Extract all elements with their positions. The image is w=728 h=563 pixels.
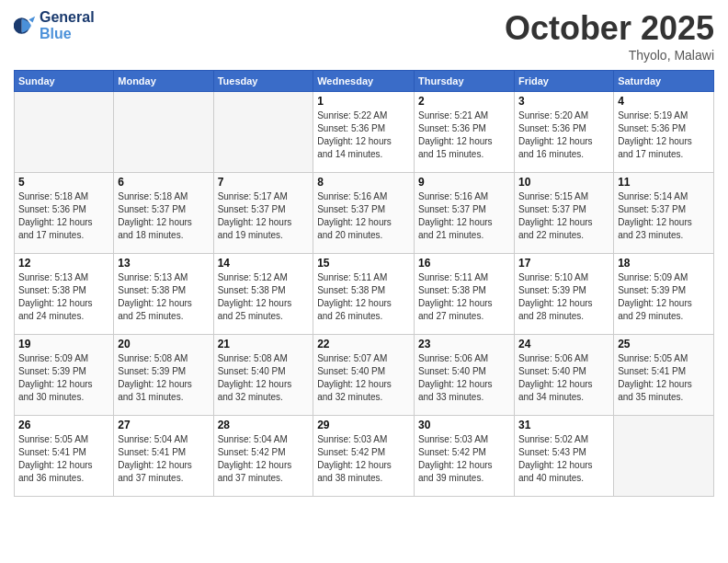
calendar-cell: 16Sunrise: 5:11 AM Sunset: 5:38 PM Dayli…	[415, 254, 515, 335]
calendar-cell: 14Sunrise: 5:12 AM Sunset: 5:38 PM Dayli…	[213, 254, 313, 335]
day-info: Sunrise: 5:04 AM Sunset: 5:41 PM Dayligh…	[118, 433, 209, 485]
calendar-table: SundayMondayTuesdayWednesdayThursdayFrid…	[14, 70, 714, 497]
calendar-cell: 24Sunrise: 5:06 AM Sunset: 5:40 PM Dayli…	[514, 335, 613, 416]
weekday-header-wednesday: Wednesday	[313, 71, 415, 92]
day-info: Sunrise: 5:06 AM Sunset: 5:40 PM Dayligh…	[518, 352, 609, 404]
day-number: 14	[218, 257, 310, 270]
day-info: Sunrise: 5:07 AM Sunset: 5:40 PM Dayligh…	[317, 352, 410, 404]
title-block: October 2025 Thyolo, Malawi	[505, 9, 714, 63]
day-info: Sunrise: 5:21 AM Sunset: 5:36 PM Dayligh…	[418, 109, 510, 161]
calendar-cell: 12Sunrise: 5:13 AM Sunset: 5:38 PM Dayli…	[15, 254, 114, 335]
calendar-cell: 21Sunrise: 5:08 AM Sunset: 5:40 PM Dayli…	[213, 335, 313, 416]
month-title: October 2025	[505, 9, 714, 48]
calendar-week-row: 5Sunrise: 5:18 AM Sunset: 5:36 PM Daylig…	[15, 173, 714, 254]
day-number: 4	[618, 95, 710, 108]
day-number: 23	[418, 338, 510, 350]
day-number: 19	[18, 338, 109, 350]
weekday-header-tuesday: Tuesday	[213, 71, 313, 92]
calendar-cell: 29Sunrise: 5:03 AM Sunset: 5:42 PM Dayli…	[313, 416, 415, 497]
day-info: Sunrise: 5:14 AM Sunset: 5:37 PM Dayligh…	[618, 190, 710, 242]
location-subtitle: Thyolo, Malawi	[505, 48, 714, 63]
day-number: 11	[618, 176, 710, 189]
calendar-cell: 28Sunrise: 5:04 AM Sunset: 5:42 PM Dayli…	[213, 416, 313, 497]
day-info: Sunrise: 5:22 AM Sunset: 5:36 PM Dayligh…	[317, 109, 410, 161]
day-number: 6	[118, 176, 209, 189]
calendar-cell: 18Sunrise: 5:09 AM Sunset: 5:39 PM Dayli…	[614, 254, 714, 335]
day-number: 26	[18, 419, 109, 431]
weekday-header-thursday: Thursday	[415, 71, 515, 92]
day-info: Sunrise: 5:03 AM Sunset: 5:42 PM Dayligh…	[418, 433, 510, 485]
day-info: Sunrise: 5:09 AM Sunset: 5:39 PM Dayligh…	[18, 352, 109, 404]
header: General Blue October 2025 Thyolo, Malawi	[14, 9, 714, 63]
calendar-cell: 30Sunrise: 5:03 AM Sunset: 5:42 PM Dayli…	[415, 416, 515, 497]
day-info: Sunrise: 5:19 AM Sunset: 5:36 PM Dayligh…	[618, 109, 710, 161]
day-number: 25	[618, 338, 710, 350]
day-number: 24	[518, 338, 609, 350]
day-number: 31	[518, 419, 609, 431]
day-info: Sunrise: 5:05 AM Sunset: 5:41 PM Dayligh…	[618, 352, 710, 404]
calendar-cell: 5Sunrise: 5:18 AM Sunset: 5:36 PM Daylig…	[15, 173, 114, 254]
day-info: Sunrise: 5:18 AM Sunset: 5:36 PM Dayligh…	[18, 190, 109, 242]
calendar-cell: 9Sunrise: 5:16 AM Sunset: 5:37 PM Daylig…	[415, 173, 515, 254]
day-info: Sunrise: 5:11 AM Sunset: 5:38 PM Dayligh…	[418, 271, 510, 323]
calendar-cell: 19Sunrise: 5:09 AM Sunset: 5:39 PM Dayli…	[15, 335, 114, 416]
day-info: Sunrise: 5:08 AM Sunset: 5:40 PM Dayligh…	[218, 352, 310, 404]
day-number: 9	[418, 176, 510, 189]
day-number: 30	[418, 419, 510, 431]
calendar-cell: 7Sunrise: 5:17 AM Sunset: 5:37 PM Daylig…	[213, 173, 313, 254]
day-info: Sunrise: 5:16 AM Sunset: 5:37 PM Dayligh…	[418, 190, 510, 242]
calendar-cell: 26Sunrise: 5:05 AM Sunset: 5:41 PM Dayli…	[15, 416, 114, 497]
calendar-cell: 11Sunrise: 5:14 AM Sunset: 5:37 PM Dayli…	[614, 173, 714, 254]
logo-text: General Blue	[40, 9, 95, 41]
day-info: Sunrise: 5:20 AM Sunset: 5:36 PM Dayligh…	[518, 109, 609, 161]
calendar-cell: 6Sunrise: 5:18 AM Sunset: 5:37 PM Daylig…	[114, 173, 213, 254]
day-number: 10	[518, 176, 609, 189]
day-info: Sunrise: 5:06 AM Sunset: 5:40 PM Dayligh…	[418, 352, 510, 404]
day-info: Sunrise: 5:10 AM Sunset: 5:39 PM Dayligh…	[518, 271, 609, 323]
day-info: Sunrise: 5:04 AM Sunset: 5:42 PM Dayligh…	[218, 433, 310, 485]
day-number: 1	[317, 95, 410, 108]
day-number: 13	[118, 257, 209, 270]
day-info: Sunrise: 5:08 AM Sunset: 5:39 PM Dayligh…	[118, 352, 209, 404]
day-number: 12	[18, 257, 109, 270]
day-number: 16	[418, 257, 510, 270]
weekday-header-saturday: Saturday	[614, 71, 714, 92]
day-info: Sunrise: 5:02 AM Sunset: 5:43 PM Dayligh…	[518, 433, 609, 485]
weekday-header-sunday: Sunday	[15, 71, 114, 92]
calendar-cell: 13Sunrise: 5:13 AM Sunset: 5:38 PM Dayli…	[114, 254, 213, 335]
day-info: Sunrise: 5:09 AM Sunset: 5:39 PM Dayligh…	[618, 271, 710, 323]
weekday-header-row: SundayMondayTuesdayWednesdayThursdayFrid…	[15, 71, 714, 92]
day-info: Sunrise: 5:18 AM Sunset: 5:37 PM Dayligh…	[118, 190, 209, 242]
calendar-cell: 2Sunrise: 5:21 AM Sunset: 5:36 PM Daylig…	[415, 92, 515, 173]
calendar-cell	[114, 92, 213, 173]
day-info: Sunrise: 5:16 AM Sunset: 5:37 PM Dayligh…	[317, 190, 410, 242]
day-info: Sunrise: 5:03 AM Sunset: 5:42 PM Dayligh…	[317, 433, 410, 485]
calendar-week-row: 1Sunrise: 5:22 AM Sunset: 5:36 PM Daylig…	[15, 92, 714, 173]
calendar-cell: 3Sunrise: 5:20 AM Sunset: 5:36 PM Daylig…	[514, 92, 613, 173]
page: General Blue October 2025 Thyolo, Malawi…	[0, 0, 728, 563]
day-info: Sunrise: 5:12 AM Sunset: 5:38 PM Dayligh…	[218, 271, 310, 323]
calendar-cell: 4Sunrise: 5:19 AM Sunset: 5:36 PM Daylig…	[614, 92, 714, 173]
calendar-cell	[213, 92, 313, 173]
day-number: 27	[118, 419, 209, 431]
day-number: 15	[317, 257, 410, 270]
day-number: 8	[317, 176, 410, 189]
day-info: Sunrise: 5:17 AM Sunset: 5:37 PM Dayligh…	[218, 190, 310, 242]
calendar-cell: 25Sunrise: 5:05 AM Sunset: 5:41 PM Dayli…	[614, 335, 714, 416]
day-number: 18	[618, 257, 710, 270]
calendar-cell: 23Sunrise: 5:06 AM Sunset: 5:40 PM Dayli…	[415, 335, 515, 416]
calendar-week-row: 19Sunrise: 5:09 AM Sunset: 5:39 PM Dayli…	[15, 335, 714, 416]
calendar-cell: 1Sunrise: 5:22 AM Sunset: 5:36 PM Daylig…	[313, 92, 415, 173]
calendar-cell: 22Sunrise: 5:07 AM Sunset: 5:40 PM Dayli…	[313, 335, 415, 416]
logo: General Blue	[14, 9, 95, 41]
day-number: 3	[518, 95, 609, 108]
day-info: Sunrise: 5:15 AM Sunset: 5:37 PM Dayligh…	[518, 190, 609, 242]
day-info: Sunrise: 5:05 AM Sunset: 5:41 PM Dayligh…	[18, 433, 109, 485]
weekday-header-friday: Friday	[514, 71, 613, 92]
day-number: 20	[118, 338, 209, 350]
day-number: 5	[18, 176, 109, 189]
calendar-cell: 15Sunrise: 5:11 AM Sunset: 5:38 PM Dayli…	[313, 254, 415, 335]
day-number: 7	[218, 176, 310, 189]
day-info: Sunrise: 5:13 AM Sunset: 5:38 PM Dayligh…	[18, 271, 109, 323]
calendar-cell: 17Sunrise: 5:10 AM Sunset: 5:39 PM Dayli…	[514, 254, 613, 335]
